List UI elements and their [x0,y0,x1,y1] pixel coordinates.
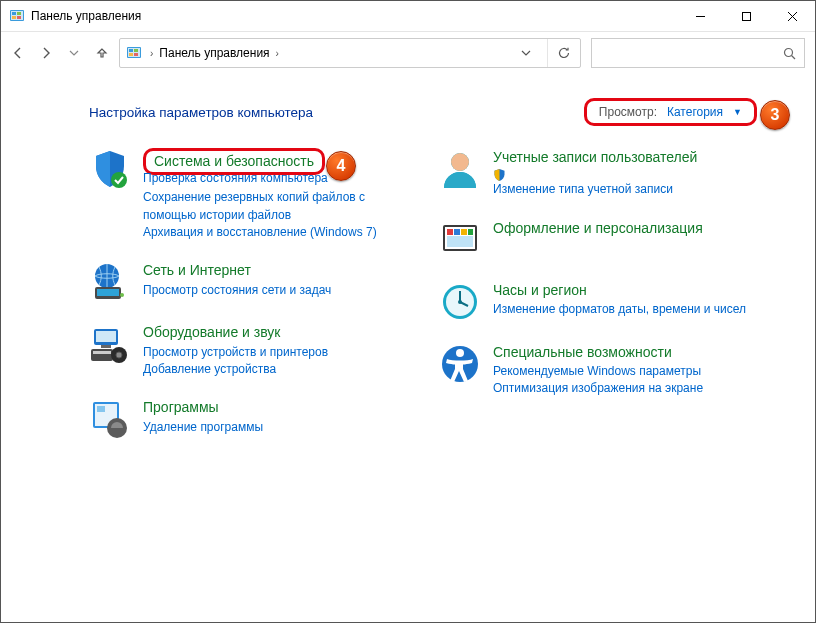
svg-rect-3 [17,12,21,15]
svg-rect-39 [454,229,460,235]
forward-button[interactable] [39,46,53,60]
category-sublink[interactable]: Рекомендуемые Windows параметры [493,363,757,380]
category-sublink[interactable]: Изменение форматов даты, времени и чисел [493,301,757,318]
svg-rect-38 [447,229,453,235]
minimize-button[interactable] [677,1,723,31]
svg-point-16 [785,48,793,56]
svg-rect-13 [134,49,138,52]
category-title[interactable]: Программы [143,398,407,416]
svg-rect-26 [91,349,113,361]
refresh-button[interactable] [547,39,580,67]
svg-rect-5 [17,16,21,19]
control-panel-icon [9,8,25,24]
view-value: Категория [667,105,723,119]
breadcrumb-icon [126,45,142,61]
personalization-icon [439,219,481,261]
user-icon [439,148,481,190]
up-button[interactable] [95,46,109,60]
svg-rect-7 [742,12,750,20]
svg-point-29 [116,352,122,358]
globe-icon [89,261,131,303]
control-panel-window: Панель управления › Панель управления › [0,0,816,623]
nav-arrows [11,46,109,60]
svg-rect-2 [12,12,16,15]
page-heading: Настройка параметров компьютера [89,105,584,120]
category-sublink[interactable]: Сохранение резервных копий файлов с помо… [143,189,407,224]
address-dropdown[interactable] [521,48,547,58]
svg-line-17 [792,55,796,59]
breadcrumb-root[interactable]: Панель управления [155,46,273,60]
svg-rect-21 [97,289,119,296]
category-clock: Часы и регион Изменение форматов даты, в… [439,281,757,323]
svg-rect-32 [97,406,105,412]
category-programs: Программы Удаление программы [89,398,407,440]
category-sublink[interactable]: Удаление программы [143,419,407,436]
svg-point-47 [458,300,462,304]
svg-rect-12 [129,49,133,52]
recent-dropdown[interactable] [67,46,81,60]
content-header-row: Настройка параметров компьютера Просмотр… [89,98,757,126]
view-label: Просмотр: [599,105,657,119]
category-appearance: Оформление и персонализация [439,219,757,261]
search-icon [783,47,796,60]
clock-icon [439,281,481,323]
right-column: Учетные записи пользователей Изменение т… [439,148,757,440]
svg-rect-40 [461,229,467,235]
toolbar: › Панель управления › [1,32,815,74]
programs-icon [89,398,131,440]
annotation-badge-3: 3 [760,100,790,130]
category-columns: Система и безопасность 4 Проверка состоя… [89,148,757,440]
category-accounts: Учетные записи пользователей Изменение т… [439,148,757,199]
category-title[interactable]: Часы и регион [493,281,757,299]
category-sublink[interactable]: Просмотр состояния сети и задач [143,282,407,299]
content-area: Настройка параметров компьютера Просмотр… [1,74,815,450]
category-title[interactable]: Специальные возможности [493,343,757,361]
category-sublink[interactable]: Изменение типа учетной записи [493,168,757,198]
category-sublink[interactable]: Добавление устройства [143,361,407,378]
svg-point-35 [451,153,469,171]
address-bar[interactable]: › Панель управления › [119,38,581,68]
category-title[interactable]: Учетные записи пользователей [493,148,757,166]
svg-rect-15 [134,53,138,56]
titlebar: Панель управления [1,1,815,32]
printer-icon [89,323,131,365]
svg-rect-4 [12,16,16,19]
back-button[interactable] [11,46,25,60]
svg-point-18 [111,172,127,188]
window-controls [677,1,815,31]
category-title[interactable]: Оборудование и звук [143,323,407,341]
dropdown-triangle-icon: ▼ [733,107,742,117]
view-selector[interactable]: Просмотр: Категория ▼ 3 [584,98,757,126]
close-button[interactable] [769,1,815,31]
accessibility-icon [439,343,481,385]
svg-rect-25 [101,345,111,348]
breadcrumb-chevron[interactable]: › [148,48,155,59]
search-input[interactable] [591,38,805,68]
category-hardware: Оборудование и звук Просмотр устройств и… [89,323,407,378]
category-network: Сеть и Интернет Просмотр состояния сети … [89,261,407,303]
svg-rect-27 [93,351,111,354]
category-sublink[interactable]: Просмотр устройств и принтеров [143,344,407,361]
left-column: Система и безопасность 4 Проверка состоя… [89,148,407,440]
category-accessibility: Специальные возможности Рекомендуемые Wi… [439,343,757,398]
shield-icon [89,148,131,190]
svg-rect-41 [468,229,473,235]
maximize-button[interactable] [723,1,769,31]
window-title: Панель управления [31,9,141,23]
svg-point-49 [456,349,464,357]
svg-rect-14 [129,53,133,56]
category-title[interactable]: Система и безопасность [154,152,314,170]
category-system-security: Система и безопасность 4 Проверка состоя… [89,148,407,241]
category-sublink[interactable]: Архивация и восстановление (Windows 7) [143,224,407,241]
breadcrumb-chevron[interactable]: › [274,48,281,59]
category-sublink[interactable]: Оптимизация изображения на экране [493,380,757,397]
svg-point-22 [120,293,124,297]
category-title[interactable]: Сеть и Интернет [143,261,407,279]
svg-rect-24 [96,331,116,342]
uac-shield-icon [493,168,506,181]
category-sublink[interactable]: Проверка состояния компьютера [143,171,407,185]
svg-rect-42 [447,236,473,247]
category-title[interactable]: Оформление и персонализация [493,219,757,237]
